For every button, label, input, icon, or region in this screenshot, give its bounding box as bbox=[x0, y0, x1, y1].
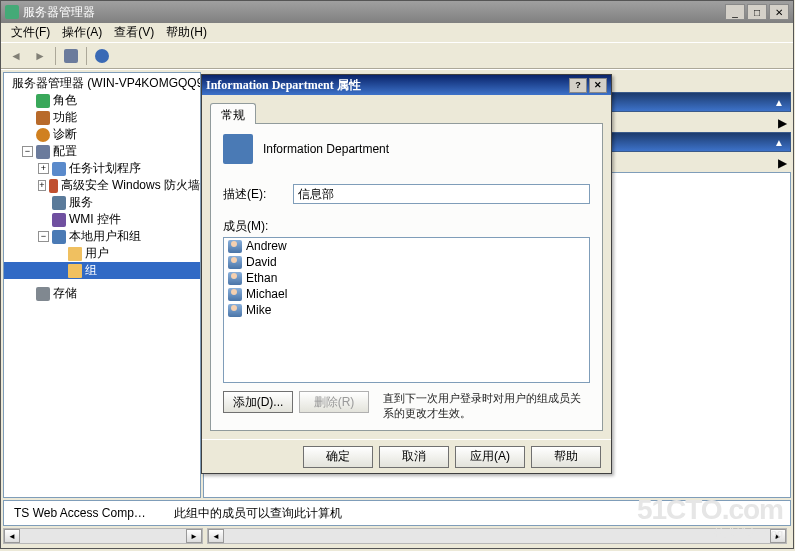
member-name: Mike bbox=[246, 303, 271, 317]
member-name: Andrew bbox=[246, 239, 287, 253]
tree-features[interactable]: 功能 bbox=[4, 109, 200, 126]
context-help-button[interactable]: ? bbox=[569, 78, 587, 93]
hscroll-left[interactable]: ◄► bbox=[3, 528, 203, 544]
tree-task-scheduler[interactable]: +任务计划程序 bbox=[4, 160, 200, 177]
chevron-right-icon: ▶ bbox=[778, 116, 787, 130]
hscroll-right[interactable]: ◄► bbox=[207, 528, 787, 544]
member-item[interactable]: Mike bbox=[224, 302, 589, 318]
user-icon bbox=[228, 304, 242, 317]
user-icon bbox=[228, 256, 242, 269]
menu-help[interactable]: 帮助(H) bbox=[160, 22, 213, 43]
forward-button[interactable]: ► bbox=[29, 46, 51, 66]
collapse-icon[interactable]: − bbox=[22, 146, 33, 157]
expand-icon[interactable]: + bbox=[38, 180, 46, 191]
member-item[interactable]: David bbox=[224, 254, 589, 270]
properties-dialog: Information Department 属性 ? ✕ 常规 Informa… bbox=[201, 74, 612, 474]
tree-pane[interactable]: 服务器管理器 (WIN-VP4KOMGQQ9F) 角色 功能 诊断 −配置 +任… bbox=[3, 72, 201, 498]
description-label: 描述(E): bbox=[223, 186, 293, 203]
ok-button[interactable]: 确定 bbox=[303, 446, 373, 468]
back-button[interactable]: ◄ bbox=[5, 46, 27, 66]
tree-diagnostics[interactable]: 诊断 bbox=[4, 126, 200, 143]
tree-users[interactable]: 用户 bbox=[4, 245, 200, 262]
members-label: 成员(M): bbox=[223, 219, 268, 233]
dialog-titlebar[interactable]: Information Department 属性 ? ✕ bbox=[202, 75, 611, 95]
expand-icon[interactable]: + bbox=[38, 163, 49, 174]
list-item-name: TS Web Access Comp… bbox=[14, 506, 174, 520]
tab-general[interactable]: 常规 bbox=[210, 103, 256, 124]
collapse-chevron-icon: ▲ bbox=[774, 137, 784, 148]
tree-configuration[interactable]: −配置 bbox=[4, 143, 200, 160]
member-item[interactable]: Ethan bbox=[224, 270, 589, 286]
description-input[interactable] bbox=[293, 184, 590, 204]
add-button[interactable]: 添加(D)... bbox=[223, 391, 293, 413]
tree-services[interactable]: 服务 bbox=[4, 194, 200, 211]
tree-wmi[interactable]: WMI 控件 bbox=[4, 211, 200, 228]
titlebar[interactable]: 服务器管理器 _ □ ✕ bbox=[1, 1, 793, 23]
members-listbox[interactable]: AndrewDavidEthanMichaelMike bbox=[223, 237, 590, 383]
member-item[interactable]: Andrew bbox=[224, 238, 589, 254]
bottom-list[interactable]: TS Web Access Comp… 此组中的成员可以查询此计算机 bbox=[3, 500, 791, 526]
tree-root[interactable]: 服务器管理器 (WIN-VP4KOMGQQ9F) bbox=[4, 75, 200, 92]
tree-storage[interactable]: 存储 bbox=[4, 285, 200, 302]
tree-local-users[interactable]: −本地用户和组 bbox=[4, 228, 200, 245]
menu-action[interactable]: 操作(A) bbox=[56, 22, 108, 43]
tree-roles[interactable]: 角色 bbox=[4, 92, 200, 109]
chevron-right-icon: ▶ bbox=[778, 156, 787, 170]
member-name: David bbox=[246, 255, 277, 269]
app-icon bbox=[5, 5, 19, 19]
tree-firewall[interactable]: +高级安全 Windows 防火墙 bbox=[4, 177, 200, 194]
window-title: 服务器管理器 bbox=[23, 4, 95, 21]
list-item-desc: 此组中的成员可以查询此计算机 bbox=[174, 505, 342, 522]
group-name-label: Information Department bbox=[263, 142, 389, 156]
tree-groups[interactable]: 组 bbox=[4, 262, 200, 279]
remove-button[interactable]: 删除(R) bbox=[299, 391, 369, 413]
cancel-button[interactable]: 取消 bbox=[379, 446, 449, 468]
tab-panel-general: Information Department 描述(E): 成员(M): And… bbox=[210, 123, 603, 431]
user-icon bbox=[228, 288, 242, 301]
menu-view[interactable]: 查看(V) bbox=[108, 22, 160, 43]
collapse-chevron-icon: ▲ bbox=[774, 97, 784, 108]
user-icon bbox=[228, 272, 242, 285]
help-button[interactable]: 帮助 bbox=[531, 446, 601, 468]
dialog-footer: 确定 取消 应用(A) 帮助 bbox=[202, 439, 611, 473]
tab-strip: 常规 bbox=[210, 101, 603, 123]
dialog-close-button[interactable]: ✕ bbox=[589, 78, 607, 93]
close-button[interactable]: ✕ bbox=[769, 4, 789, 20]
properties-button[interactable] bbox=[60, 46, 82, 66]
minimize-button[interactable]: _ bbox=[725, 4, 745, 20]
menu-file[interactable]: 文件(F) bbox=[5, 22, 56, 43]
member-name: Michael bbox=[246, 287, 287, 301]
user-icon bbox=[228, 240, 242, 253]
member-item[interactable]: Michael bbox=[224, 286, 589, 302]
membership-note: 直到下一次用户登录时对用户的组成员关系的更改才生效。 bbox=[383, 391, 590, 420]
maximize-button[interactable]: □ bbox=[747, 4, 767, 20]
help-tool-button[interactable] bbox=[91, 46, 113, 66]
collapse-icon[interactable]: − bbox=[38, 231, 49, 242]
menubar: 文件(F) 操作(A) 查看(V) 帮助(H) bbox=[1, 23, 793, 43]
group-large-icon bbox=[223, 134, 253, 164]
toolbar: ◄ ► bbox=[1, 43, 793, 69]
member-name: Ethan bbox=[246, 271, 277, 285]
apply-button[interactable]: 应用(A) bbox=[455, 446, 525, 468]
dialog-title: Information Department 属性 bbox=[206, 77, 361, 94]
